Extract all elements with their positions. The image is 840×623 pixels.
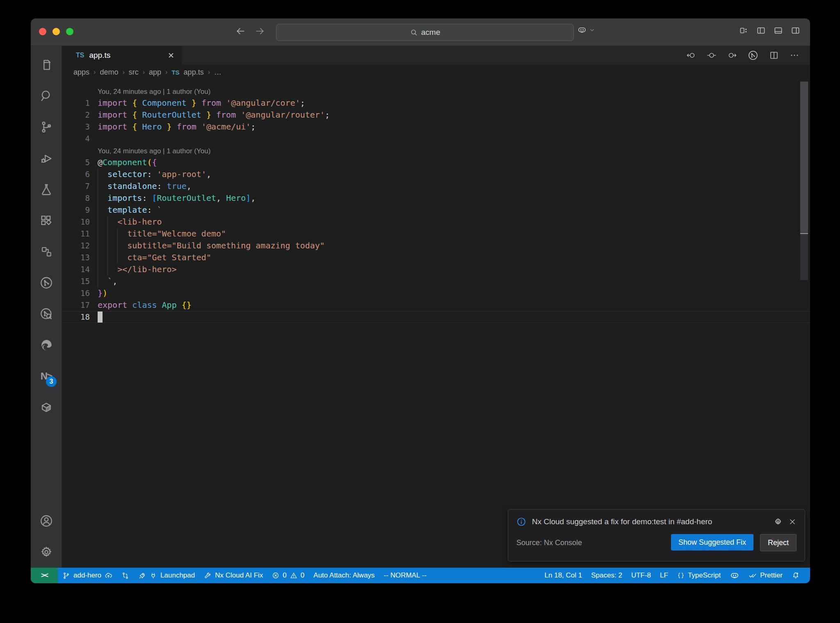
reject-button[interactable]: Reject xyxy=(760,534,797,551)
run-debug-activity-item[interactable] xyxy=(31,143,62,174)
close-window-button[interactable] xyxy=(39,28,46,35)
split-editor-icon[interactable] xyxy=(769,50,779,60)
toggle-panel-icon[interactable] xyxy=(774,26,783,35)
accounts-activity-item[interactable] xyxy=(31,505,62,537)
nx-console-activity-item[interactable]: N>3 xyxy=(31,361,62,392)
code-line[interactable]: 2import { RouterOutlet } from '@angular/… xyxy=(62,109,810,121)
prettier-status[interactable]: Prettier xyxy=(744,568,787,583)
status-text: Spaces: 2 xyxy=(591,571,622,580)
indent-guide xyxy=(98,192,98,204)
code-line[interactable]: 12 subtitle="Build something amazing tod… xyxy=(62,240,810,252)
notifications-bell[interactable] xyxy=(787,568,804,583)
minimize-window-button[interactable] xyxy=(52,28,60,35)
nav-forward-change-icon[interactable] xyxy=(727,50,737,60)
accounts-icon xyxy=(39,514,53,528)
code-line[interactable]: 9 template: ` xyxy=(62,204,810,216)
status-text: Auto Attach: Always xyxy=(313,571,374,580)
braces-icon xyxy=(677,572,685,579)
copilot-menu[interactable] xyxy=(577,25,595,35)
status-text: add-hero xyxy=(73,571,101,580)
command-center-search[interactable]: acme xyxy=(276,24,574,41)
breadcrumb-tail[interactable]: … xyxy=(214,68,221,77)
code-line[interactable]: 7 standalone: true, xyxy=(62,180,810,192)
nx-cloud-ai-fix-status[interactable]: Nx Cloud AI Fix xyxy=(199,568,267,583)
nx-graph-icon[interactable] xyxy=(748,50,758,61)
code-editor[interactable]: You, 24 minutes ago | 1 author (You)1imp… xyxy=(62,80,810,568)
git-graph-activity-item[interactable] xyxy=(31,267,62,298)
bell-dot-icon xyxy=(792,571,800,580)
breadcrumb-item[interactable]: src xyxy=(129,68,139,77)
customize-layout-icon[interactable] xyxy=(739,26,749,35)
history-forward-icon[interactable] xyxy=(255,26,265,36)
testing-activity-item[interactable] xyxy=(31,174,62,205)
zoom-window-button[interactable] xyxy=(66,28,73,35)
toggle-secondary-sidebar-icon[interactable] xyxy=(791,26,800,35)
code-line[interactable]: 16}) xyxy=(62,287,810,299)
explorer-activity-item[interactable] xyxy=(31,49,62,80)
code-line[interactable]: 4 xyxy=(62,133,810,145)
containers-activity-item[interactable] xyxy=(31,392,62,423)
breadcrumb-item[interactable]: demo xyxy=(100,68,118,77)
code-line[interactable]: 14 ></lib-hero> xyxy=(62,264,810,275)
breadcrumb-item[interactable]: app xyxy=(149,68,161,77)
code-line[interactable]: 5@Component({ xyxy=(62,157,810,168)
info-icon xyxy=(516,517,526,527)
cursor-position-status[interactable]: Ln 18, Col 1 xyxy=(540,568,587,583)
git-branch-status[interactable]: add-hero xyxy=(58,568,117,583)
search-activity-item[interactable] xyxy=(31,80,62,111)
git-compare-status[interactable] xyxy=(117,568,134,583)
auto-attach-status[interactable]: Auto Attach: Always xyxy=(309,568,379,583)
language-status[interactable]: TypeScript xyxy=(673,568,725,583)
code-line[interactable]: 6 selector: 'app-root', xyxy=(62,168,810,180)
toggle-primary-sidebar-icon[interactable] xyxy=(756,26,766,35)
indent-guide xyxy=(107,216,108,228)
notification-settings-icon[interactable] xyxy=(774,517,783,526)
history-back-icon[interactable] xyxy=(235,26,246,36)
git-graph-search-activity-item[interactable] xyxy=(31,298,62,330)
code-line[interactable]: 3import { Hero } from '@acme/ui'; xyxy=(62,121,810,133)
more-actions-icon[interactable] xyxy=(790,50,799,60)
edge-tools-activity-item[interactable] xyxy=(31,330,62,361)
launchpad-status[interactable]: Launchpad xyxy=(134,568,199,583)
breadcrumb-separator-icon: › xyxy=(143,68,145,76)
line-number: 6 xyxy=(62,168,90,180)
current-change-icon[interactable] xyxy=(707,50,717,60)
status-text: UTF-8 xyxy=(631,571,651,580)
code-line[interactable]: 11 title="Welcmoe demo" xyxy=(62,228,810,240)
indentation-status[interactable]: Spaces: 2 xyxy=(587,568,627,583)
vim-mode-status[interactable]: -- NORMAL -- xyxy=(379,568,431,583)
copilot-status[interactable] xyxy=(725,568,744,583)
project-graph-activity-item[interactable] xyxy=(31,236,62,267)
status-text: 0 xyxy=(301,571,304,580)
notification-close-icon[interactable] xyxy=(788,518,797,526)
source-control-icon xyxy=(39,120,53,134)
code-line[interactable]: 13 cta="Get Started" xyxy=(62,252,810,264)
git-compare-icon xyxy=(121,572,129,580)
eol-status[interactable]: LF xyxy=(655,568,673,583)
source-control-activity-item[interactable] xyxy=(31,111,62,143)
code-line[interactable]: 10 <lib-hero xyxy=(62,216,810,228)
breadcrumb-file[interactable]: app.ts xyxy=(184,68,204,77)
show-suggested-fix-button[interactable]: Show Suggested Fix xyxy=(671,534,753,550)
extensions-activity-item[interactable] xyxy=(31,205,62,236)
breadcrumb[interactable]: apps›demo›src›app›TSapp.ts›… xyxy=(62,65,810,80)
problems-status[interactable]: 00 xyxy=(267,568,309,583)
line-number: 9 xyxy=(62,204,90,216)
containers-icon xyxy=(39,400,53,414)
search-icon xyxy=(410,28,418,36)
code-line[interactable]: 8 imports: [RouterOutlet, Hero], xyxy=(62,192,810,204)
close-tab-icon[interactable]: ✕ xyxy=(168,51,174,60)
settings-gear-activity-item[interactable] xyxy=(31,537,62,568)
status-text: Prettier xyxy=(760,571,783,580)
code-line[interactable]: 15 `, xyxy=(62,275,810,287)
code-line[interactable]: 17export class App {} xyxy=(62,299,810,311)
warning-icon xyxy=(290,572,297,579)
code-line[interactable]: 18 xyxy=(62,311,810,323)
blame-text: You, 24 minutes ago | 1 author (You) xyxy=(98,88,210,95)
remote-indicator[interactable]: >< xyxy=(31,568,58,583)
tab-app-ts[interactable]: TS app.ts ✕ xyxy=(62,46,182,65)
encoding-status[interactable]: UTF-8 xyxy=(627,568,655,583)
code-line[interactable]: 1import { Component } from '@angular/cor… xyxy=(62,97,810,109)
nav-back-change-icon[interactable] xyxy=(686,50,696,60)
breadcrumb-item[interactable]: apps xyxy=(73,68,89,77)
